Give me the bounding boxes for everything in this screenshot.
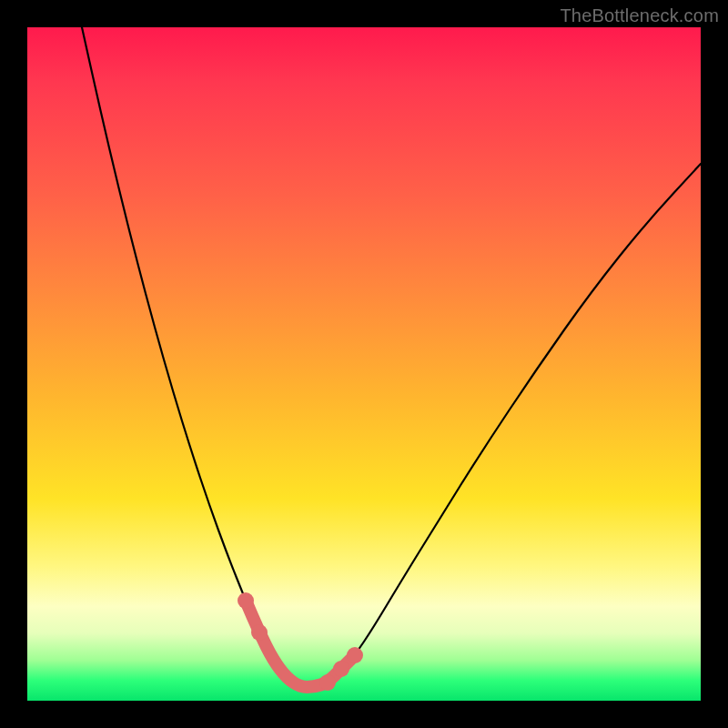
chart-frame: TheBottleneck.com	[0, 0, 728, 728]
plot-area	[27, 27, 701, 701]
bottleneck-curve	[82, 27, 701, 687]
highlight-dot	[347, 647, 363, 663]
chart-svg	[27, 27, 701, 701]
highlight-dot	[251, 624, 268, 641]
highlight-dot	[319, 674, 336, 691]
highlight-dot	[238, 592, 254, 609]
watermark-text: TheBottleneck.com	[560, 5, 719, 26]
highlight-dots	[238, 592, 363, 691]
highlight-dot	[333, 661, 349, 677]
